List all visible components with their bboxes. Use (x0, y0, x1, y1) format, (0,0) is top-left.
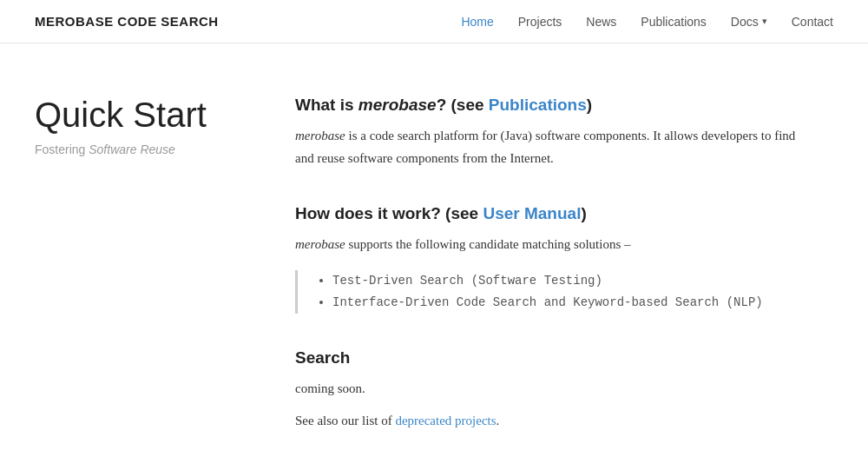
section1-heading-suffix: ? (see (437, 96, 489, 114)
section1-para-text: is a code search platform for (Java) sof… (295, 129, 795, 165)
section-search: Search coming soon. See also our list of… (295, 348, 799, 433)
nav-home[interactable]: Home (461, 15, 493, 29)
section2-para-text: supports the following candidate matchin… (345, 237, 631, 251)
nav-docs-container: Docs ▾ (731, 15, 767, 29)
nav-publications[interactable]: Publications (641, 15, 707, 29)
section1-para: merobase is a code search platform for (… (295, 125, 799, 169)
section2-para: merobase supports the following candidat… (295, 234, 799, 256)
section3-para1: coming soon. (295, 378, 799, 401)
section3-heading: Search (295, 348, 799, 368)
section1-heading-link-suffix: ) (587, 96, 592, 114)
section-how-it-works: How does it work? (see User Manual) mero… (295, 204, 799, 314)
section3-para2-prefix: See also our list of (295, 414, 395, 427)
bullet-block: Test-Driven Search (Software Testing) In… (295, 270, 799, 314)
section2-heading-prefix: How does it work? (see (295, 204, 483, 222)
chevron-down-icon: ▾ (762, 16, 767, 27)
section1-para-italic: merobase (295, 129, 345, 142)
subtitle-italic: Software Reuse (89, 142, 175, 156)
page-title: Quick Start (35, 96, 208, 134)
list-item: Interface-Driven Code Search and Keyword… (332, 292, 799, 314)
page-subtitle: Fostering Software Reuse (35, 142, 208, 156)
user-manual-link[interactable]: User Manual (483, 204, 581, 222)
subtitle-text: Fostering (35, 142, 89, 156)
nav-projects[interactable]: Projects (518, 15, 562, 29)
sidebar: Quick Start Fostering Software Reuse (35, 96, 243, 443)
nav-news[interactable]: News (586, 15, 616, 29)
section1-heading-italic: merobase (358, 96, 437, 114)
nav-docs[interactable]: Docs (731, 15, 759, 29)
main-content: What is merobase? (see Publications) mer… (243, 96, 799, 443)
section2-heading-suffix: ) (581, 204, 586, 222)
nav-contact[interactable]: Contact (792, 15, 833, 29)
section3-para2-suffix: . (496, 414, 500, 427)
section2-heading: How does it work? (see User Manual) (295, 204, 799, 223)
section1-heading-prefix: What is (295, 96, 358, 114)
section1-heading: What is merobase? (see Publications) (295, 96, 799, 115)
main-container: Quick Start Fostering Software Reuse Wha… (0, 43, 868, 457)
section2-para-italic: merobase (295, 237, 345, 251)
main-nav: Home Projects News Publications Docs ▾ C… (461, 15, 833, 29)
list-item: Test-Driven Search (Software Testing) (332, 270, 799, 292)
section-what-is: What is merobase? (see Publications) mer… (295, 96, 799, 169)
bullet-list: Test-Driven Search (Software Testing) In… (319, 270, 799, 314)
publications-link[interactable]: Publications (489, 96, 587, 114)
site-header: MEROBASE CODE SEARCH Home Projects News … (0, 0, 868, 43)
deprecated-projects-link[interactable]: deprecated projects (395, 414, 496, 427)
site-title: MEROBASE CODE SEARCH (35, 14, 219, 29)
section3-para2: See also our list of deprecated projects… (295, 410, 799, 433)
